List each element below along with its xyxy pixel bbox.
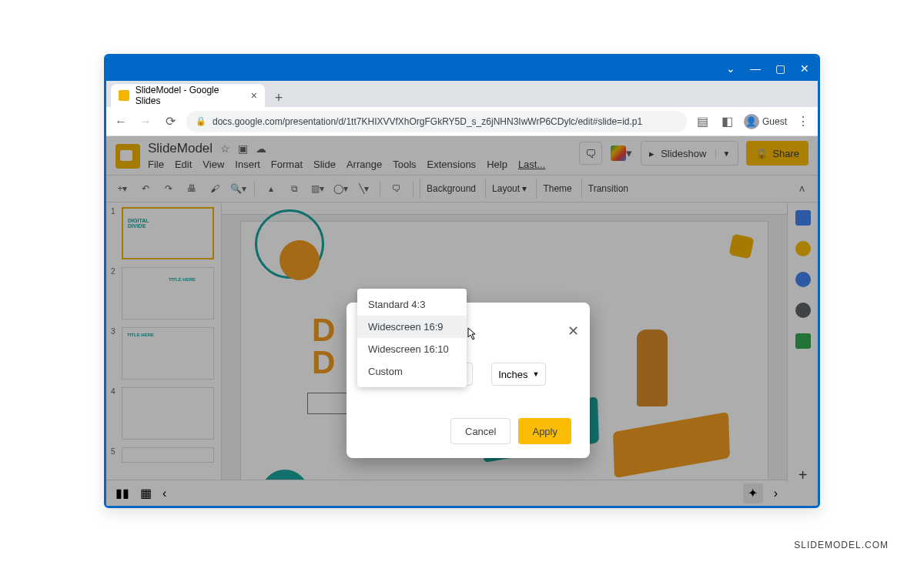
menu-icon[interactable]: ⋮ [795,113,812,130]
forward-button[interactable]: → [137,113,154,130]
browser-window: ⌄ — ▢ ✕ SlideModel - Google Slides × + ←… [104,54,820,508]
cursor-icon [462,326,476,346]
minimize-icon[interactable]: — [748,62,762,75]
apply-button[interactable]: Apply [518,418,571,444]
unit-label: Inches [498,369,527,380]
chevron-down-icon: ▼ [533,370,540,378]
tab-strip: SlideModel - Google Slides × + [106,81,818,107]
close-tab-icon[interactable]: × [251,89,257,102]
slides-app: SlideModel ☆ ▣ ☁ File Edit View Insert F… [106,136,818,506]
reload-button[interactable]: ⟳ [162,113,179,130]
slides-favicon-icon [119,90,129,101]
url-field[interactable]: 🔒 docs.google.com/presentation/d/1tt7KHI… [186,111,687,132]
url-text: docs.google.com/presentation/d/1tt7KHIXV… [213,116,642,127]
chevron-down-icon[interactable]: ⌄ [724,62,738,75]
guest-label: Guest [762,116,787,127]
new-tab-button[interactable]: + [270,89,288,107]
option-widescreen-1610[interactable]: Widescreen 16:10 [357,338,467,360]
tab-title: SlideModel - Google Slides [136,85,245,106]
lock-icon: 🔒 [196,116,206,126]
window-titlebar: ⌄ — ▢ ✕ [106,56,818,81]
maximize-icon[interactable]: ▢ [773,62,787,75]
close-dialog-icon[interactable]: ✕ [567,323,579,340]
option-standard[interactable]: Standard 4:3 [357,293,467,316]
translate-icon[interactable]: ▤ [695,113,711,130]
watermark: SLIDEMODEL.COM [794,540,889,550]
profile-badge[interactable]: 👤 Guest [744,114,787,129]
close-window-icon[interactable]: ✕ [798,62,812,75]
back-button[interactable]: ← [112,113,129,130]
option-widescreen-169[interactable]: Widescreen 16:9 [357,316,467,338]
cancel-button[interactable]: Cancel [450,418,511,444]
address-bar: ← → ⟳ 🔒 docs.google.com/presentation/d/1… [106,107,818,136]
avatar-icon: 👤 [744,114,759,129]
unit-select[interactable]: Inches ▼ [491,363,546,386]
dimensions-dropdown: Standard 4:3 Widescreen 16:9 Widescreen … [357,289,467,387]
browser-tab[interactable]: SlideModel - Google Slides × [111,84,265,107]
option-custom[interactable]: Custom [357,360,467,383]
install-icon[interactable]: ◧ [719,113,736,130]
